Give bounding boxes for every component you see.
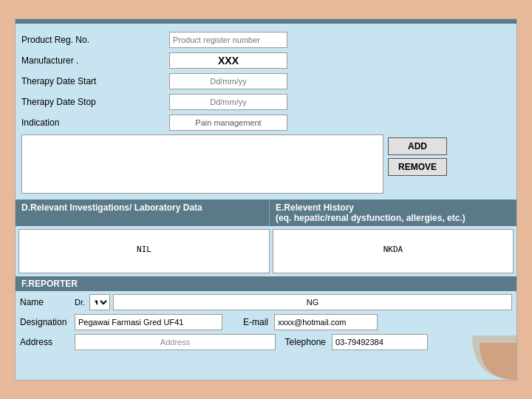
designation-input[interactable] [75, 314, 222, 330]
action-buttons: ADD REMOVE [388, 134, 447, 176]
drug-textarea[interactable] [21, 134, 383, 194]
therapy-start-input[interactable] [169, 73, 287, 89]
name-row: Name Dr. ▼ [16, 294, 516, 310]
address-row: Address Telephone [16, 334, 516, 350]
section-d-textarea[interactable]: NIL [18, 229, 270, 273]
section-e-header: E.Relevent History (eq. hepatic/renal dy… [270, 200, 516, 226]
product-reg-row: Product Reg. No. [21, 31, 511, 49]
section-d-header: D.Relevant Investigations/ Laboratory Da… [16, 200, 270, 226]
top-border [16, 19, 516, 24]
section-e-line1: E.Relevent History [276, 202, 354, 213]
product-reg-input[interactable] [169, 32, 287, 48]
therapy-stop-row: Therapy Date Stop [21, 93, 511, 111]
address-input[interactable] [75, 334, 276, 350]
email-label: E-mail [231, 317, 268, 327]
add-button[interactable]: ADD [388, 137, 447, 155]
indication-label: Indication [21, 117, 169, 128]
section-e-textarea[interactable]: NKDA [273, 229, 514, 273]
section-e-line2: (eq. hepatic/renal dysfunction, allergie… [276, 213, 466, 223]
designation-row: Designation E-mail [16, 314, 516, 330]
bottom-decoration [472, 335, 516, 380]
indication-row: Indication [21, 114, 511, 132]
manufacturer-input[interactable] [169, 52, 287, 69]
title-select[interactable]: ▼ [89, 294, 110, 310]
manufacturer-label: Manufacturer . [21, 55, 169, 66]
main-form: Product Reg. No. Manufacturer . Therapy … [15, 18, 517, 381]
address-label: Address [20, 337, 72, 347]
designation-label: Designation [20, 317, 72, 327]
section-de-header: D.Relevant Investigations/ Laboratory Da… [16, 200, 516, 226]
therapy-start-label: Therapy Date Start [21, 76, 169, 86]
therapy-stop-label: Therapy Date Stop [21, 97, 169, 107]
therapy-start-row: Therapy Date Start [21, 72, 511, 90]
telephone-label: Telephone [282, 337, 326, 347]
section-de-data: NIL NKDA [16, 229, 516, 273]
indication-input[interactable] [169, 115, 287, 131]
email-input[interactable] [274, 314, 378, 330]
product-reg-label: Product Reg. No. [21, 35, 169, 45]
telephone-input[interactable] [332, 334, 428, 350]
reporter-header: F.REPORTER [16, 276, 516, 291]
therapy-stop-input[interactable] [169, 94, 287, 110]
manufacturer-row: Manufacturer . [21, 52, 511, 69]
name-label: Name [20, 297, 72, 307]
remove-button[interactable]: REMOVE [388, 158, 447, 176]
drug-textarea-row: ADD REMOVE [21, 134, 511, 194]
title-prefix-label: Dr. [75, 298, 85, 307]
name-input[interactable] [113, 294, 512, 310]
